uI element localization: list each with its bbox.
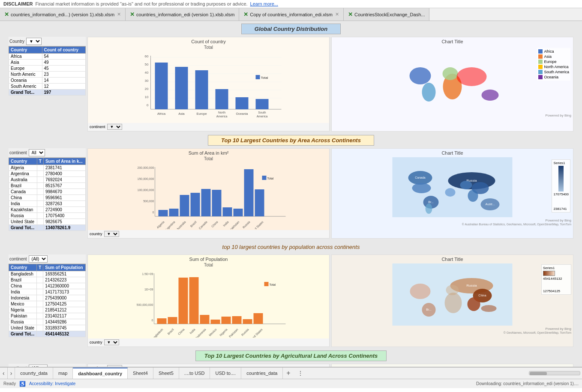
- sheet-tab-sheet5[interactable]: Sheet5: [153, 368, 179, 379]
- table-row: China1412360000: [9, 283, 86, 289]
- file-tab-3[interactable]: ✕ Copy of countries_information_edi.xlsm…: [239, 8, 344, 21]
- section2-bar-svg: 200,000,000 150,000,000 100,000,000 500,…: [88, 163, 329, 229]
- section3-filter-label: continent: [9, 257, 27, 261]
- svg-text:Australia: Australia: [176, 220, 186, 229]
- excel-icon-3: ✕: [243, 11, 248, 18]
- svg-rect-45: [159, 210, 168, 216]
- disclaimer-text: Financial market information is provided…: [35, 1, 247, 6]
- svg-text:Total: Total: [261, 76, 268, 80]
- section4-filter-select[interactable]: (All): [29, 365, 48, 367]
- accessibility-label[interactable]: Accessibility: Investigate: [29, 381, 75, 386]
- svg-rect-108: [264, 282, 269, 286]
- sheet-tab-map[interactable]: map: [53, 368, 73, 379]
- svg-text:Canada: Canada: [415, 176, 426, 179]
- svg-text:100,000,000: 100,000,000: [138, 189, 154, 192]
- section3-world-map-svg: Russia China Br...: [332, 263, 573, 326]
- svg-rect-53: [244, 169, 254, 216]
- table-row: Argentina2780400: [9, 171, 86, 177]
- pivot3-col2-header: T: [37, 264, 43, 271]
- section1-map-title: Chart Title: [332, 37, 573, 46]
- svg-text:Nigeria: Nigeria: [219, 328, 228, 337]
- svg-point-35: [422, 83, 436, 102]
- sheet-nav-left[interactable]: ‹: [0, 368, 8, 379]
- sheet-tab-more[interactable]: ⋮: [294, 368, 307, 379]
- svg-point-119: [481, 305, 497, 312]
- table-row: Russia143449286: [9, 319, 86, 325]
- file-tab-4[interactable]: ✕ CountriesStockExchange_Dash...: [344, 8, 429, 21]
- disclaimer-label: DISCLAIMER: [3, 1, 33, 6]
- table-row: North Americ23: [9, 72, 86, 78]
- sheet-tab-usd-to[interactable]: USD to....: [210, 368, 241, 379]
- pivot1-col2-header: Count of country: [42, 47, 85, 54]
- svg-point-79: [460, 181, 472, 189]
- section3-row: continent (All) Country T Sum of Populat…: [9, 254, 573, 347]
- svg-text:500,000,000: 500,000,000: [137, 303, 153, 306]
- section4-row: continent (All) continent ▼ Chart Title: [9, 364, 573, 367]
- svg-rect-16: [175, 67, 188, 109]
- table-row: Asia49: [9, 60, 86, 66]
- svg-point-36: [482, 90, 499, 101]
- svg-text:Indonesia: Indonesia: [195, 328, 206, 338]
- svg-text:Russia: Russia: [466, 284, 477, 287]
- sheet-tab-countries-data[interactable]: countries_data: [241, 368, 283, 379]
- section1-title: Global Country Distribution: [241, 24, 341, 34]
- table-row: India3287263: [9, 201, 86, 207]
- sheet-tab-to-usd[interactable]: ....to USD: [179, 368, 210, 379]
- file-tab-2[interactable]: ✕ countries_information_edi (version 1).…: [126, 8, 239, 21]
- svg-rect-47: [180, 195, 189, 216]
- sheet-tab-sheet4[interactable]: Sheet4: [128, 368, 153, 379]
- sheet-tab-dashboard-country[interactable]: dashboard_country: [73, 368, 128, 379]
- section3-filter-select[interactable]: (All): [29, 255, 48, 263]
- section1-chart-title: Count of country: [90, 39, 327, 44]
- section4-banner: Top 10 Largest Countries by Agricultural…: [0, 348, 582, 363]
- section1-continent-select[interactable]: ▼: [107, 124, 122, 130]
- svg-point-78: [468, 190, 478, 202]
- section3-map: Chart Title Russia China Br...: [331, 254, 573, 347]
- section3-bar-chart: Sum of Population Total 1.5E+09 1E+09 50…: [87, 254, 330, 347]
- section1-pivot-table: Country Count of country Africa54 Asia49…: [9, 46, 86, 96]
- section2-country-select[interactable]: ▼: [104, 231, 119, 237]
- section3-banner: top 10 largest countries by population a…: [0, 239, 582, 254]
- svg-text:0: 0: [153, 211, 154, 214]
- section2-filter-select[interactable]: All: [29, 149, 45, 156]
- svg-rect-52: [234, 209, 243, 216]
- section3-bar-svg: 1.5E+09 1E+09 500,000,000 0 Bangladesh B…: [88, 269, 329, 338]
- svg-text:America: America: [257, 115, 268, 118]
- sheet-scrollbar[interactable]: [529, 371, 582, 375]
- section3-filter-row: continent (All): [9, 254, 86, 264]
- section4-pivot: continent (All): [9, 364, 86, 367]
- svg-text:Canada: Canada: [198, 220, 207, 229]
- scrollbar-track: [529, 371, 580, 375]
- svg-rect-18: [216, 89, 228, 109]
- disclaimer-learn-more[interactable]: Learn more...: [250, 1, 278, 6]
- svg-text:1E+09: 1E+09: [144, 288, 153, 291]
- section1-filter-select[interactable]: ▼: [26, 38, 42, 45]
- sheet-tab-country-data[interactable]: counrty_data: [15, 368, 53, 379]
- table-row: Grand Tot...134078261.9: [9, 225, 86, 231]
- sheet-nav-right[interactable]: ›: [8, 368, 15, 379]
- section1-pivot: Country ▼ Country Count of country Afric…: [9, 37, 86, 132]
- scrollbar-thumb: [530, 372, 547, 375]
- section2-pivot: continent All Country T Sum of Area in k…: [9, 148, 86, 239]
- section2-map: Chart Title Russia Canada Br... Austr...: [331, 148, 573, 239]
- file-tab-1-modified: ✕: [117, 12, 121, 17]
- table-row: China9596961: [9, 195, 86, 201]
- table-row: Grand Tot...4541445132: [9, 331, 86, 337]
- svg-point-80: [445, 188, 456, 197]
- svg-text:China: China: [478, 294, 486, 297]
- svg-text:Oceania: Oceania: [236, 112, 249, 116]
- excel-icon-4: ✕: [348, 11, 353, 18]
- svg-text:Europe: Europe: [196, 112, 207, 116]
- file-tab-3-label: Copy of countries_information_edi.xlsm: [250, 12, 333, 17]
- section3-country-select[interactable]: ▼: [104, 339, 119, 345]
- sheet-tab-add[interactable]: +: [283, 368, 294, 379]
- svg-rect-50: [212, 190, 222, 216]
- section4-continent-select[interactable]: ▼: [107, 365, 122, 367]
- file-tab-1[interactable]: ✕ countries_information_edi...) (version…: [0, 8, 126, 21]
- svg-text:Asia: Asia: [178, 112, 185, 116]
- svg-text:50: 50: [145, 63, 149, 66]
- section2-world-map-svg: Russia Canada Br... Austr...: [332, 157, 573, 217]
- svg-text:China: China: [177, 328, 185, 335]
- svg-text:20: 20: [145, 87, 149, 91]
- section4-map-title: Chart Title: [332, 364, 573, 367]
